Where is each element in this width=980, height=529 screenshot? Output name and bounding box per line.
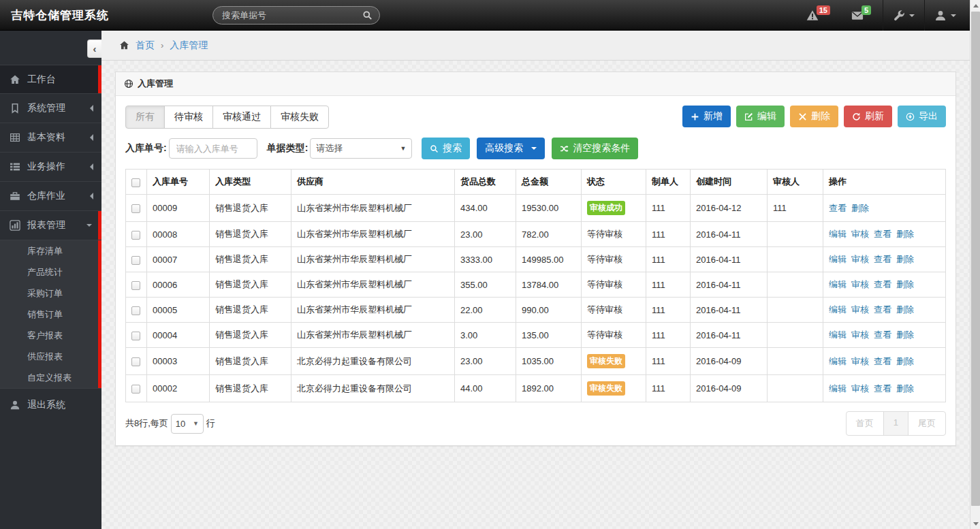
row-action-audit[interactable]: 审核 bbox=[851, 330, 869, 340]
row-action-delete[interactable]: 删除 bbox=[896, 229, 914, 239]
export-button[interactable]: 导出 bbox=[898, 106, 946, 127]
browser-scrollbar[interactable] bbox=[970, 0, 980, 529]
row-checkbox[interactable] bbox=[131, 306, 140, 315]
tab-approved[interactable]: 审核通过 bbox=[212, 106, 271, 129]
row-action-view[interactable]: 查看 bbox=[874, 304, 891, 315]
cell-status: 审核成功 bbox=[582, 195, 646, 222]
order-no-input[interactable] bbox=[169, 138, 257, 159]
row-checkbox[interactable] bbox=[131, 256, 140, 265]
navbar-search-box[interactable] bbox=[212, 6, 380, 25]
row-action-view[interactable]: 查看 bbox=[874, 254, 891, 264]
scrollbar-thumb[interactable] bbox=[971, 12, 980, 506]
column-header: 操作 bbox=[823, 170, 946, 195]
row-action-view[interactable]: 查看 bbox=[829, 203, 847, 213]
add-button[interactable]: 新增 bbox=[682, 106, 731, 127]
row-action-view[interactable]: 查看 bbox=[874, 383, 891, 394]
row-action-delete[interactable]: 删除 bbox=[896, 356, 914, 366]
cell-order-no: 00006 bbox=[147, 272, 210, 298]
user-menu-button[interactable] bbox=[925, 0, 966, 31]
alerts-button[interactable]: 15 bbox=[797, 0, 842, 31]
chevron-down-icon bbox=[86, 224, 92, 229]
scroll-up-button[interactable] bbox=[970, 0, 980, 11]
delete-button[interactable]: 删除 bbox=[790, 106, 838, 127]
action-buttons: 新增编辑删除刷新导出 bbox=[682, 106, 946, 127]
cell-amount: 1035.00 bbox=[516, 348, 582, 375]
row-checkbox[interactable] bbox=[131, 357, 140, 366]
row-action-edit[interactable]: 编辑 bbox=[829, 229, 847, 239]
row-action-view[interactable]: 查看 bbox=[874, 330, 891, 340]
refresh-button[interactable]: 刷新 bbox=[844, 106, 892, 127]
row-action-delete[interactable]: 删除 bbox=[896, 254, 914, 264]
sidebar-subitem-supplier-report[interactable]: 供应报表 bbox=[0, 346, 101, 367]
chevron-left-icon bbox=[86, 134, 93, 141]
breadcrumb-current[interactable]: 入库管理 bbox=[170, 39, 208, 52]
page-size-select[interactable]: 10 ▼ bbox=[171, 414, 204, 434]
select-all-checkbox[interactable] bbox=[131, 178, 140, 187]
advanced-search-button[interactable]: 高级搜索 bbox=[477, 138, 545, 159]
cell-status: 审核失败 bbox=[582, 348, 646, 375]
breadcrumb-home-link[interactable]: 首页 bbox=[136, 39, 155, 52]
sidebar-item-report-management[interactable]: 报表管理 bbox=[0, 211, 101, 240]
row-action-audit[interactable]: 审核 bbox=[851, 383, 869, 394]
user-icon bbox=[934, 10, 947, 22]
tab-pending[interactable]: 待审核 bbox=[164, 106, 213, 129]
tab-failed[interactable]: 审核失败 bbox=[270, 106, 329, 129]
first-page-button[interactable]: 首页 bbox=[847, 412, 883, 435]
sidebar-subitem-inventory-list[interactable]: 库存清单 bbox=[0, 240, 101, 261]
edit-button[interactable]: 编辑 bbox=[736, 106, 785, 127]
sidebar-collapse-button[interactable]: ‹ bbox=[87, 39, 101, 58]
row-action-audit[interactable]: 审核 bbox=[851, 229, 869, 239]
sidebar-item-system-management[interactable]: 系统管理 bbox=[0, 94, 101, 123]
sidebar-item-basic-data[interactable]: 基本资料 bbox=[0, 123, 101, 153]
sidebar-subitem-sales-order[interactable]: 销售订单 bbox=[0, 304, 101, 325]
sidebar-item-business-operation[interactable]: 业务操作 bbox=[0, 153, 101, 182]
sidebar-subitem-custom-report[interactable]: 自定义报表 bbox=[0, 367, 101, 388]
sidebar-item-warehouse-operation[interactable]: 仓库作业 bbox=[0, 182, 101, 211]
sidebar-item-logout[interactable]: 退出系统 bbox=[0, 388, 101, 421]
row-action-audit[interactable]: 审核 bbox=[851, 304, 869, 315]
cell-type: 销售退货入库 bbox=[210, 247, 291, 272]
row-action-audit[interactable]: 审核 bbox=[851, 254, 869, 264]
sidebar-subitem-purchase-order[interactable]: 采购订单 bbox=[0, 283, 101, 304]
document-type-select[interactable]: 请选择 ▼ bbox=[310, 138, 412, 159]
cell-creator: 111 bbox=[646, 375, 691, 402]
cell-amount: 782.00 bbox=[516, 222, 582, 247]
sidebar-subitem-product-statistics[interactable]: 产品统计 bbox=[0, 261, 101, 283]
cell-created: 2016-04-11 bbox=[691, 323, 768, 348]
edit-icon bbox=[744, 112, 753, 121]
row-action-view[interactable]: 查看 bbox=[874, 229, 891, 239]
row-checkbox[interactable] bbox=[131, 385, 140, 394]
row-checkbox[interactable] bbox=[131, 332, 140, 340]
clear-search-button[interactable]: 清空搜索条件 bbox=[552, 138, 638, 159]
scroll-down-button[interactable] bbox=[970, 518, 980, 529]
row-action-delete[interactable]: 删除 bbox=[896, 383, 914, 394]
row-action-edit[interactable]: 编辑 bbox=[829, 304, 847, 315]
navbar-search-input[interactable] bbox=[222, 10, 362, 20]
row-action-view[interactable]: 查看 bbox=[874, 279, 891, 289]
tools-menu-button[interactable] bbox=[883, 0, 924, 31]
row-action-edit[interactable]: 编辑 bbox=[829, 330, 847, 340]
row-action-audit[interactable]: 审核 bbox=[851, 356, 869, 366]
row-checkbox[interactable] bbox=[131, 204, 140, 213]
row-checkbox[interactable] bbox=[131, 281, 140, 290]
row-action-edit[interactable]: 编辑 bbox=[829, 383, 847, 394]
row-action-view[interactable]: 查看 bbox=[874, 356, 891, 366]
row-action-delete[interactable]: 删除 bbox=[851, 203, 869, 213]
document-type-value: 请选择 bbox=[316, 142, 343, 155]
row-action-audit[interactable]: 审核 bbox=[851, 279, 869, 289]
last-page-button[interactable]: 尾页 bbox=[908, 412, 945, 435]
sidebar-subitem-customer-report[interactable]: 客户报表 bbox=[0, 325, 101, 346]
current-page-button[interactable]: 1 bbox=[883, 412, 908, 435]
search-icon[interactable] bbox=[362, 10, 373, 20]
row-action-delete[interactable]: 删除 bbox=[896, 330, 914, 340]
sidebar-item-workbench[interactable]: 工作台 bbox=[0, 65, 101, 94]
row-checkbox[interactable] bbox=[131, 231, 140, 240]
row-action-edit[interactable]: 编辑 bbox=[829, 356, 847, 366]
row-action-edit[interactable]: 编辑 bbox=[829, 254, 847, 264]
search-button[interactable]: 搜索 bbox=[422, 138, 470, 159]
tab-all[interactable]: 所有 bbox=[125, 106, 165, 129]
messages-button[interactable]: 5 bbox=[842, 0, 883, 31]
row-action-edit[interactable]: 编辑 bbox=[829, 279, 847, 289]
row-action-delete[interactable]: 删除 bbox=[896, 279, 914, 289]
row-action-delete[interactable]: 删除 bbox=[896, 304, 914, 315]
